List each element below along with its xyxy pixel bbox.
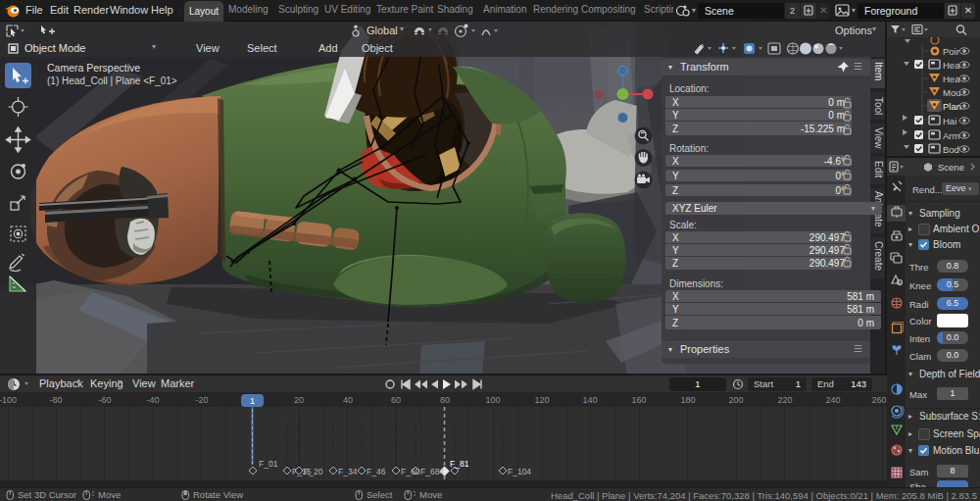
svg-text:-80: -80 — [49, 395, 62, 405]
svg-text:F_104: F_104 — [508, 467, 531, 476]
svg-text:Rotate View: Rotate View — [193, 490, 243, 500]
svg-text:F_46: F_46 — [367, 467, 386, 476]
svg-text:60: 60 — [391, 395, 401, 405]
svg-text:Move: Move — [419, 490, 442, 500]
svg-text:F_01: F_01 — [259, 459, 278, 469]
svg-text:-60: -60 — [98, 395, 111, 405]
svg-text:140: 140 — [582, 395, 597, 405]
svg-text:Arm: Arm — [943, 130, 960, 141]
svg-text:260: 260 — [871, 395, 886, 405]
svg-text:F_20: F_20 — [304, 467, 323, 476]
svg-text:F_684: F_684 — [420, 467, 444, 476]
svg-text:220: 220 — [777, 395, 792, 405]
svg-text:200: 200 — [728, 395, 743, 405]
svg-text:Scene: Scene — [938, 162, 964, 173]
svg-text:-20: -20 — [195, 395, 208, 405]
svg-text:80: 80 — [440, 395, 450, 405]
svg-text:240: 240 — [825, 395, 840, 405]
svg-text:100: 100 — [485, 395, 500, 405]
svg-text:120: 120 — [534, 395, 549, 405]
svg-text:F_81: F_81 — [450, 459, 469, 469]
svg-text:Hai: Hai — [943, 116, 956, 126]
svg-text:Mou: Mou — [943, 87, 960, 98]
svg-text:Hea: Hea — [943, 74, 960, 84]
svg-text:F_34: F_34 — [338, 467, 358, 476]
svg-text:Plan: Plan — [943, 101, 961, 112]
svg-text:Hea: Hea — [943, 60, 960, 71]
svg-text:F_60: F_60 — [401, 467, 420, 476]
svg-text:Poir: Poir — [943, 46, 959, 57]
svg-text:Select: Select — [367, 490, 393, 500]
svg-text:20: 20 — [294, 395, 304, 405]
svg-text:Move: Move — [98, 490, 121, 500]
svg-text:Set 3D Cursor: Set 3D Cursor — [18, 490, 76, 500]
svg-text:Bod: Bod — [943, 144, 959, 155]
svg-text:-40: -40 — [146, 395, 159, 405]
svg-text:40: 40 — [343, 395, 353, 405]
svg-text:1: 1 — [250, 396, 255, 406]
svg-text:160: 160 — [631, 395, 646, 405]
svg-text:180: 180 — [680, 395, 695, 405]
svg-text:-100: -100 — [0, 395, 17, 405]
